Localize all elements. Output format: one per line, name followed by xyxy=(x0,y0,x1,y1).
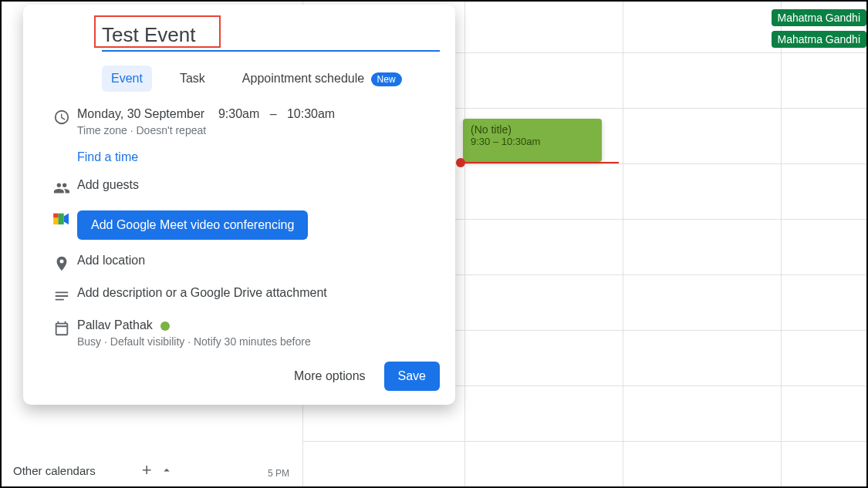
time-row[interactable]: Monday, 30 September 9:30am – 10:30am Ti… xyxy=(46,107,440,136)
now-indicator-dot xyxy=(456,158,465,167)
quick-create-popup: Event Task Appointment schedule New Mond… xyxy=(23,5,455,405)
location-row[interactable]: Add location xyxy=(46,254,440,272)
clock-icon xyxy=(46,107,77,126)
plus-icon[interactable]: + xyxy=(142,460,152,480)
event-block-title: (No title) xyxy=(471,123,594,136)
status-dot xyxy=(160,321,170,331)
svg-rect-1 xyxy=(59,214,64,224)
calendar-event-block[interactable]: (No title) 9:30 – 10:30am xyxy=(463,119,602,162)
save-button[interactable]: Save xyxy=(384,362,440,391)
add-description-placeholder: Add description or a Google Drive attach… xyxy=(77,286,440,300)
calendar-icon xyxy=(46,318,77,337)
more-options-button[interactable]: More options xyxy=(283,362,377,391)
event-type-tabs: Event Task Appointment schedule New xyxy=(102,66,440,92)
owner-name: Pallav Pathak xyxy=(77,318,153,332)
description-icon xyxy=(46,286,77,305)
calendar-owner-row[interactable]: Pallav Pathak Busy · Default visibility … xyxy=(46,318,440,348)
add-meet-button[interactable]: Add Google Meet video conferencing xyxy=(77,210,308,240)
event-title-input[interactable] xyxy=(102,20,440,52)
guests-row[interactable]: Add guests xyxy=(46,178,440,197)
svg-rect-3 xyxy=(53,214,58,217)
now-indicator-line xyxy=(457,162,619,163)
popup-footer: More options Save xyxy=(46,362,440,391)
add-guests-placeholder: Add guests xyxy=(77,178,440,192)
time-dash: – xyxy=(270,107,277,120)
svg-marker-2 xyxy=(64,214,69,224)
time-label-5pm: 5 PM xyxy=(268,468,289,479)
event-block-time: 9:30 – 10:30am xyxy=(471,136,594,147)
event-end-time[interactable]: 10:30am xyxy=(287,107,335,120)
other-calendars-row[interactable]: Other calendars + xyxy=(13,460,174,480)
owner-settings: Busy · Default visibility · Notify 30 mi… xyxy=(77,335,440,348)
tab-task[interactable]: Task xyxy=(171,66,214,92)
add-location-placeholder: Add location xyxy=(77,254,440,268)
find-a-time-link[interactable]: Find a time xyxy=(77,150,138,163)
meet-row: Add Google Meet video conferencing xyxy=(46,210,440,240)
all-day-event-chip-2[interactable]: Mahatma Gandhi xyxy=(772,31,866,48)
google-meet-icon xyxy=(46,210,77,226)
other-calendars-label: Other calendars xyxy=(13,464,96,477)
timezone-repeat-label[interactable]: Time zone · Doesn't repeat xyxy=(77,124,440,136)
location-icon xyxy=(46,254,77,272)
tab-appointment-schedule[interactable]: Appointment schedule New xyxy=(233,66,411,92)
tab-appointment-label: Appointment schedule xyxy=(242,72,364,85)
event-start-time[interactable]: 9:30am xyxy=(218,107,259,120)
description-row[interactable]: Add description or a Google Drive attach… xyxy=(46,286,440,305)
chevron-up-icon[interactable] xyxy=(160,463,174,477)
event-date[interactable]: Monday, 30 September xyxy=(77,107,204,120)
people-icon xyxy=(46,178,77,197)
tab-event[interactable]: Event xyxy=(102,66,152,92)
all-day-event-chip-1[interactable]: Mahatma Gandhi xyxy=(772,9,866,26)
new-badge: New xyxy=(371,72,402,86)
